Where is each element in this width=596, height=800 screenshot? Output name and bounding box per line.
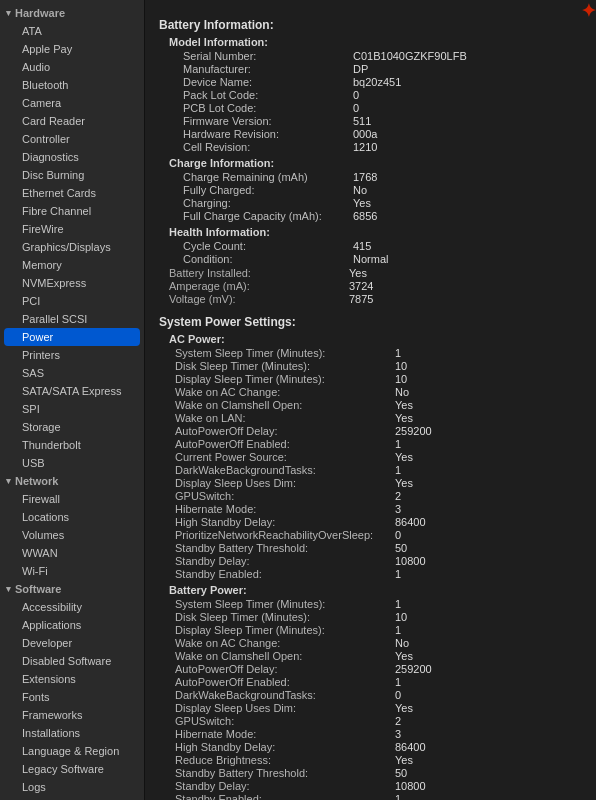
sidebar-item-audio[interactable]: Audio xyxy=(0,58,144,76)
sidebar-item-bluetooth[interactable]: Bluetooth xyxy=(0,76,144,94)
sidebar-item-ata[interactable]: ATA xyxy=(0,22,144,40)
sidebar-item-applepay[interactable]: Apple Pay xyxy=(0,40,144,58)
bat-wake-clamshell-label: Wake on Clamshell Open: xyxy=(175,650,395,662)
sidebar-item-diagnostics[interactable]: Diagnostics xyxy=(0,148,144,166)
bat-darkwake-label: DarkWakeBackgroundTasks: xyxy=(175,689,395,701)
sidebar-item-usb[interactable]: USB xyxy=(0,454,144,472)
sidebar-item-camera[interactable]: Camera xyxy=(0,94,144,112)
sidebar-item-managedclient[interactable]: Managed Client xyxy=(0,796,144,800)
ac-power-fields: System Sleep Timer (Minutes): 1 Disk Sle… xyxy=(175,347,582,580)
sidebar-item-volumes[interactable]: Volumes xyxy=(0,526,144,544)
sidebar-item-sas[interactable]: SAS xyxy=(0,364,144,382)
sidebar-item-legacysoftware[interactable]: Legacy Software xyxy=(0,760,144,778)
sidebar-section-software-label: Software xyxy=(15,583,61,595)
sidebar-item-logs[interactable]: Logs xyxy=(0,778,144,796)
sidebar-item-fibrechannel[interactable]: Fibre Channel xyxy=(0,202,144,220)
sidebar-item-firewire[interactable]: FireWire xyxy=(0,220,144,238)
sidebar-item-parallelscsi[interactable]: Parallel SCSI xyxy=(0,310,144,328)
bat-hibernate-row: Hibernate Mode: 3 xyxy=(175,728,582,740)
battery-cellrev-row: Cell Revision: 1210 xyxy=(169,141,582,153)
sidebar-section-network[interactable]: ▾ Network xyxy=(0,472,144,490)
sidebar-item-frameworks[interactable]: Frameworks xyxy=(0,706,144,724)
ac-standby-delay-label: Standby Delay: xyxy=(175,555,395,567)
accent-icon: ✦ xyxy=(581,0,596,22)
fully-charged-row: Fully Charged: No xyxy=(169,184,582,196)
charge-remaining-value: 1768 xyxy=(353,171,377,183)
ac-autopoweroff-delay-row: AutoPowerOff Delay: 259200 xyxy=(175,425,582,437)
charging-row: Charging: Yes xyxy=(169,197,582,209)
sidebar-section-software[interactable]: ▾ Software xyxy=(0,580,144,598)
sidebar-item-locations[interactable]: Locations xyxy=(0,508,144,526)
other-battery-block: Battery Installed: Yes Amperage (mA): 37… xyxy=(169,267,582,305)
sidebar-item-fonts[interactable]: Fonts xyxy=(0,688,144,706)
ac-wake-clamshell-label: Wake on Clamshell Open: xyxy=(175,399,395,411)
sidebar-item-discburning[interactable]: Disc Burning xyxy=(0,166,144,184)
sidebar-item-graphics[interactable]: Graphics/Displays xyxy=(0,238,144,256)
hwrev-label: Hardware Revision: xyxy=(183,128,353,140)
bat-gpuswitch-value: 2 xyxy=(395,715,401,727)
sidebar-item-nvmexpress[interactable]: NVMExpress xyxy=(0,274,144,292)
charge-info-block: Charge Information: Charge Remaining (mA… xyxy=(169,157,582,222)
devicename-label: Device Name: xyxy=(183,76,353,88)
sidebar-item-cardreader[interactable]: Card Reader xyxy=(0,112,144,130)
bat-standby-threshold-row: Standby Battery Threshold: 50 xyxy=(175,767,582,779)
ac-wake-lan-label: Wake on LAN: xyxy=(175,412,395,424)
ac-wake-ac-value: No xyxy=(395,386,409,398)
ac-wake-ac-row: Wake on AC Change: No xyxy=(175,386,582,398)
ac-prioritize-label: PrioritizeNetworkReachabilityOverSleep: xyxy=(175,529,395,541)
sidebar-item-controller[interactable]: Controller xyxy=(0,130,144,148)
sidebar-item-storage[interactable]: Storage xyxy=(0,418,144,436)
sidebar-item-installations[interactable]: Installations xyxy=(0,724,144,742)
sidebar-item-memory[interactable]: Memory xyxy=(0,256,144,274)
charging-label: Charging: xyxy=(183,197,353,209)
sidebar-item-disabledsoftware[interactable]: Disabled Software xyxy=(0,652,144,670)
sidebar-item-thunderbolt[interactable]: Thunderbolt xyxy=(0,436,144,454)
sidebar-item-power[interactable]: Power xyxy=(4,328,140,346)
sidebar-item-wifi[interactable]: Wi-Fi xyxy=(0,562,144,580)
ac-current-power-row: Current Power Source: Yes xyxy=(175,451,582,463)
sidebar-item-applications[interactable]: Applications xyxy=(0,616,144,634)
bat-autopoweroff-delay-label: AutoPowerOff Delay: xyxy=(175,663,395,675)
charge-info-title: Charge Information: xyxy=(169,157,582,169)
sidebar-item-wwan[interactable]: WWAN xyxy=(0,544,144,562)
sidebar-item-ethernets[interactable]: Ethernet Cards xyxy=(0,184,144,202)
bat-reduce-brightness-row: Reduce Brightness: Yes xyxy=(175,754,582,766)
sidebar-item-sata[interactable]: SATA/SATA Express xyxy=(0,382,144,400)
bat-standby-threshold-value: 50 xyxy=(395,767,407,779)
sidebar-section-hardware[interactable]: ▾ Hardware xyxy=(0,4,144,22)
charging-value: Yes xyxy=(353,197,371,209)
battery-model-block: Model Information: Serial Number: C01B10… xyxy=(169,36,582,153)
ac-disk-sleep-row: Disk Sleep Timer (Minutes): 10 xyxy=(175,360,582,372)
bat-wake-ac-row: Wake on AC Change: No xyxy=(175,637,582,649)
cycle-count-value: 415 xyxy=(353,240,371,252)
bat-highstandby-label: High Standby Delay: xyxy=(175,741,395,753)
ac-disk-sleep-label: Disk Sleep Timer (Minutes): xyxy=(175,360,395,372)
main-content: ✦ Battery Information: Model Information… xyxy=(145,0,596,800)
ac-highstandby-row: High Standby Delay: 86400 xyxy=(175,516,582,528)
ac-standby-enabled-label: Standby Enabled: xyxy=(175,568,395,580)
bat-display-sleep-value: 1 xyxy=(395,624,401,636)
bat-displaysleep-dim-value: Yes xyxy=(395,702,413,714)
sidebar: ▾ Hardware ATA Apple Pay Audio Bluetooth… xyxy=(0,0,145,800)
ac-system-sleep-label: System Sleep Timer (Minutes): xyxy=(175,347,395,359)
voltage-label: Voltage (mV): xyxy=(169,293,349,305)
bat-standby-delay-label: Standby Delay: xyxy=(175,780,395,792)
bat-disk-sleep-label: Disk Sleep Timer (Minutes): xyxy=(175,611,395,623)
sidebar-item-printers[interactable]: Printers xyxy=(0,346,144,364)
sidebar-item-spi[interactable]: SPI xyxy=(0,400,144,418)
ac-hibernate-value: 3 xyxy=(395,503,401,515)
condition-row: Condition: Normal xyxy=(169,253,582,265)
ac-hibernate-label: Hibernate Mode: xyxy=(175,503,395,515)
sidebar-item-developer[interactable]: Developer xyxy=(0,634,144,652)
pcblot-label: PCB Lot Code: xyxy=(183,102,353,114)
sidebar-item-accessibility[interactable]: Accessibility xyxy=(0,598,144,616)
ac-gpuswitch-row: GPUSwitch: 2 xyxy=(175,490,582,502)
sidebar-item-pci[interactable]: PCI xyxy=(0,292,144,310)
sidebar-item-firewall[interactable]: Firewall xyxy=(0,490,144,508)
ac-wake-clamshell-row: Wake on Clamshell Open: Yes xyxy=(175,399,582,411)
full-charge-capacity-row: Full Charge Capacity (mAh): 6856 xyxy=(169,210,582,222)
sidebar-item-language[interactable]: Language & Region xyxy=(0,742,144,760)
sidebar-item-extensions[interactable]: Extensions xyxy=(0,670,144,688)
system-power-title: System Power Settings: xyxy=(159,315,582,329)
bat-highstandby-value: 86400 xyxy=(395,741,426,753)
